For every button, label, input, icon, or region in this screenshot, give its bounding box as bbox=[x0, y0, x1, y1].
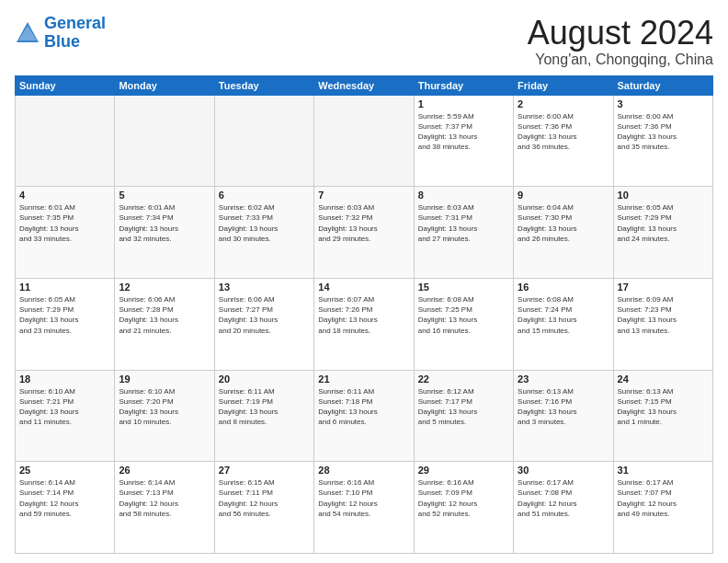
day-info: Sunrise: 6:00 AM Sunset: 7:36 PM Dayligh… bbox=[618, 111, 709, 153]
day-info: Sunrise: 6:08 AM Sunset: 7:24 PM Dayligh… bbox=[518, 294, 609, 336]
calendar-day-cell: 16Sunrise: 6:08 AM Sunset: 7:24 PM Dayli… bbox=[514, 278, 613, 370]
title-block: August 2024 Yong'an, Chongqing, China bbox=[528, 15, 713, 68]
day-number: 30 bbox=[518, 465, 609, 476]
day-number: 15 bbox=[418, 282, 509, 293]
calendar-day-cell: 24Sunrise: 6:13 AM Sunset: 7:15 PM Dayli… bbox=[613, 370, 712, 462]
main-title: August 2024 bbox=[528, 15, 713, 52]
day-number: 20 bbox=[219, 373, 310, 385]
day-info: Sunrise: 6:00 AM Sunset: 7:36 PM Dayligh… bbox=[518, 111, 609, 153]
day-number: 27 bbox=[219, 465, 310, 476]
calendar-week-row: 18Sunrise: 6:10 AM Sunset: 7:21 PM Dayli… bbox=[16, 370, 713, 462]
logo: General Blue bbox=[15, 15, 106, 52]
day-number: 7 bbox=[318, 190, 409, 201]
calendar-day-cell: 23Sunrise: 6:13 AM Sunset: 7:16 PM Dayli… bbox=[514, 370, 613, 462]
calendar-day-cell: 29Sunrise: 6:16 AM Sunset: 7:09 PM Dayli… bbox=[414, 462, 513, 554]
day-number: 21 bbox=[318, 373, 409, 385]
calendar-day-cell: 20Sunrise: 6:11 AM Sunset: 7:19 PM Dayli… bbox=[214, 370, 313, 462]
day-number: 1 bbox=[418, 98, 509, 109]
logo-line2: Blue bbox=[44, 32, 80, 51]
logo-line1: General bbox=[44, 14, 106, 32]
calendar-day-cell: 12Sunrise: 6:06 AM Sunset: 7:28 PM Dayli… bbox=[115, 278, 214, 370]
day-info: Sunrise: 6:04 AM Sunset: 7:30 PM Dayligh… bbox=[518, 202, 609, 244]
day-number: 18 bbox=[19, 373, 110, 385]
day-number: 9 bbox=[518, 190, 609, 201]
day-info: Sunrise: 6:14 AM Sunset: 7:14 PM Dayligh… bbox=[19, 477, 110, 519]
calendar-day-cell: 31Sunrise: 6:17 AM Sunset: 7:07 PM Dayli… bbox=[613, 462, 712, 554]
day-info: Sunrise: 6:07 AM Sunset: 7:26 PM Dayligh… bbox=[318, 294, 409, 336]
day-info: Sunrise: 6:03 AM Sunset: 7:31 PM Dayligh… bbox=[418, 202, 509, 244]
day-number: 19 bbox=[119, 373, 210, 385]
calendar-day-cell: 19Sunrise: 6:10 AM Sunset: 7:20 PM Dayli… bbox=[115, 370, 214, 462]
day-number: 31 bbox=[618, 465, 709, 476]
calendar-week-row: 11Sunrise: 6:05 AM Sunset: 7:29 PM Dayli… bbox=[16, 278, 713, 370]
day-info: Sunrise: 6:11 AM Sunset: 7:19 PM Dayligh… bbox=[219, 386, 310, 428]
day-number: 3 bbox=[618, 98, 709, 109]
calendar-day-cell bbox=[115, 95, 214, 187]
calendar-week-row: 1Sunrise: 5:59 AM Sunset: 7:37 PM Daylig… bbox=[16, 95, 713, 187]
day-number: 4 bbox=[19, 190, 110, 201]
day-info: Sunrise: 6:12 AM Sunset: 7:17 PM Dayligh… bbox=[418, 386, 509, 428]
logo-text: General Blue bbox=[44, 15, 106, 52]
day-number: 8 bbox=[418, 190, 509, 201]
calendar-day-cell bbox=[314, 95, 414, 187]
day-number: 29 bbox=[418, 465, 509, 476]
calendar-day-cell: 15Sunrise: 6:08 AM Sunset: 7:25 PM Dayli… bbox=[414, 278, 513, 370]
day-info: Sunrise: 6:16 AM Sunset: 7:09 PM Dayligh… bbox=[418, 477, 509, 519]
day-number: 16 bbox=[518, 282, 609, 293]
calendar-day-cell: 17Sunrise: 6:09 AM Sunset: 7:23 PM Dayli… bbox=[613, 278, 712, 370]
day-info: Sunrise: 6:17 AM Sunset: 7:07 PM Dayligh… bbox=[618, 477, 709, 519]
day-info: Sunrise: 6:02 AM Sunset: 7:33 PM Dayligh… bbox=[219, 202, 310, 244]
day-number: 13 bbox=[219, 282, 310, 293]
day-info: Sunrise: 6:06 AM Sunset: 7:28 PM Dayligh… bbox=[119, 294, 210, 336]
calendar: SundayMondayTuesdayWednesdayThursdayFrid… bbox=[15, 75, 713, 554]
calendar-header-row: SundayMondayTuesdayWednesdayThursdayFrid… bbox=[16, 75, 713, 95]
calendar-day-cell: 22Sunrise: 6:12 AM Sunset: 7:17 PM Dayli… bbox=[414, 370, 513, 462]
day-number: 22 bbox=[418, 373, 509, 385]
calendar-day-cell: 5Sunrise: 6:01 AM Sunset: 7:34 PM Daylig… bbox=[115, 187, 214, 279]
day-info: Sunrise: 6:17 AM Sunset: 7:08 PM Dayligh… bbox=[518, 477, 609, 519]
page: General Blue August 2024 Yong'an, Chongq… bbox=[0, 0, 728, 563]
day-info: Sunrise: 6:16 AM Sunset: 7:10 PM Dayligh… bbox=[318, 477, 409, 519]
day-number: 26 bbox=[119, 465, 210, 476]
day-info: Sunrise: 6:14 AM Sunset: 7:13 PM Dayligh… bbox=[119, 477, 210, 519]
day-info: Sunrise: 6:08 AM Sunset: 7:25 PM Dayligh… bbox=[418, 294, 509, 336]
calendar-day-cell: 11Sunrise: 6:05 AM Sunset: 7:29 PM Dayli… bbox=[16, 278, 115, 370]
calendar-day-cell: 26Sunrise: 6:14 AM Sunset: 7:13 PM Dayli… bbox=[115, 462, 214, 554]
calendar-day-cell: 4Sunrise: 6:01 AM Sunset: 7:35 PM Daylig… bbox=[16, 187, 115, 279]
calendar-day-cell bbox=[214, 95, 313, 187]
calendar-day-cell: 25Sunrise: 6:14 AM Sunset: 7:14 PM Dayli… bbox=[16, 462, 115, 554]
calendar-day-cell: 27Sunrise: 6:15 AM Sunset: 7:11 PM Dayli… bbox=[214, 462, 313, 554]
day-number: 14 bbox=[318, 282, 409, 293]
day-info: Sunrise: 6:10 AM Sunset: 7:21 PM Dayligh… bbox=[19, 386, 110, 428]
calendar-day-header: Saturday bbox=[613, 75, 712, 95]
day-info: Sunrise: 6:13 AM Sunset: 7:15 PM Dayligh… bbox=[618, 386, 709, 428]
calendar-day-cell: 13Sunrise: 6:06 AM Sunset: 7:27 PM Dayli… bbox=[214, 278, 313, 370]
day-number: 6 bbox=[219, 190, 310, 201]
subtitle: Yong'an, Chongqing, China bbox=[528, 52, 713, 68]
day-info: Sunrise: 6:13 AM Sunset: 7:16 PM Dayligh… bbox=[518, 386, 609, 428]
calendar-day-cell: 3Sunrise: 6:00 AM Sunset: 7:36 PM Daylig… bbox=[613, 95, 712, 187]
calendar-day-cell: 30Sunrise: 6:17 AM Sunset: 7:08 PM Dayli… bbox=[514, 462, 613, 554]
day-info: Sunrise: 6:11 AM Sunset: 7:18 PM Dayligh… bbox=[318, 386, 409, 428]
header: General Blue August 2024 Yong'an, Chongq… bbox=[15, 15, 713, 68]
calendar-day-header: Monday bbox=[115, 75, 214, 95]
day-number: 25 bbox=[19, 465, 110, 476]
day-info: Sunrise: 6:05 AM Sunset: 7:29 PM Dayligh… bbox=[618, 202, 709, 244]
day-info: Sunrise: 6:01 AM Sunset: 7:34 PM Dayligh… bbox=[119, 202, 210, 244]
day-info: Sunrise: 6:06 AM Sunset: 7:27 PM Dayligh… bbox=[219, 294, 310, 336]
calendar-day-header: Friday bbox=[514, 75, 613, 95]
logo-icon bbox=[15, 20, 40, 46]
svg-marker-1 bbox=[18, 26, 37, 40]
day-number: 10 bbox=[618, 190, 709, 201]
calendar-day-cell: 6Sunrise: 6:02 AM Sunset: 7:33 PM Daylig… bbox=[214, 187, 313, 279]
day-number: 17 bbox=[618, 282, 709, 293]
calendar-week-row: 25Sunrise: 6:14 AM Sunset: 7:14 PM Dayli… bbox=[16, 462, 713, 554]
calendar-day-cell: 21Sunrise: 6:11 AM Sunset: 7:18 PM Dayli… bbox=[314, 370, 414, 462]
calendar-day-cell: 7Sunrise: 6:03 AM Sunset: 7:32 PM Daylig… bbox=[314, 187, 414, 279]
day-info: Sunrise: 6:09 AM Sunset: 7:23 PM Dayligh… bbox=[618, 294, 709, 336]
calendar-day-header: Thursday bbox=[414, 75, 513, 95]
calendar-day-cell: 1Sunrise: 5:59 AM Sunset: 7:37 PM Daylig… bbox=[414, 95, 513, 187]
day-info: Sunrise: 6:10 AM Sunset: 7:20 PM Dayligh… bbox=[119, 386, 210, 428]
day-number: 12 bbox=[119, 282, 210, 293]
day-number: 11 bbox=[19, 282, 110, 293]
